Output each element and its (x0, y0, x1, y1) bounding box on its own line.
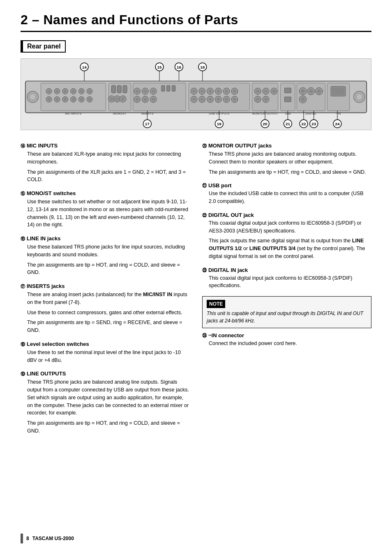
item-21-body: Use the included USB cable to connect th… (202, 190, 371, 205)
svg-rect-66 (161, 85, 165, 91)
item-16-title: LINE IN jacks (27, 235, 60, 242)
svg-point-20 (55, 90, 59, 93)
note-text: This unit is capable of input and output… (207, 310, 367, 324)
svg-text:20: 20 (263, 122, 267, 126)
item-20-title: MONITOR OUTPUT jacks (208, 143, 272, 149)
item-20-number: ⑳ (202, 143, 207, 149)
svg-point-104 (256, 98, 259, 101)
svg-text:23: 23 (311, 122, 316, 126)
item-16: ⑯ LINE IN jacks Use these balanced TRS p… (21, 235, 190, 276)
svg-point-61 (136, 98, 139, 101)
item-17-body: These are analog insert jacks (unbalance… (21, 291, 190, 334)
item-19-body: These TRS phone jacks are balanced analo… (21, 378, 190, 435)
svg-point-94 (233, 98, 236, 101)
svg-rect-124 (332, 87, 345, 95)
item-15-body: Use these switches to set whether or not… (21, 198, 190, 229)
svg-text:19: 19 (217, 122, 221, 126)
item-22-body: This coaxial digital output jack conform… (202, 219, 371, 260)
svg-point-106 (264, 98, 267, 101)
svg-text:DIGITAL: DIGITAL (306, 112, 317, 115)
svg-text:15: 15 (157, 65, 162, 69)
svg-rect-110 (285, 97, 291, 102)
svg-point-59 (152, 90, 155, 93)
item-19: ⑲ LINE OUTPUTS These TRS phone jacks are… (21, 371, 190, 435)
svg-point-55 (136, 90, 139, 93)
svg-point-120 (301, 97, 305, 101)
item-19-title: LINE OUTPUTS (27, 371, 66, 377)
item-21-title: USB port (208, 182, 231, 189)
svg-point-63 (143, 98, 147, 101)
rear-panel-diagram: 14 15 16 18 MIC INPUTS (21, 58, 371, 130)
svg-point-72 (192, 90, 196, 93)
footer: 8 TASCAM US-2000 (21, 534, 74, 543)
item-19-number: ⑲ (21, 371, 25, 377)
item-15-title: MONO/ST switches (27, 190, 76, 196)
svg-point-92 (225, 98, 228, 101)
svg-point-24 (71, 90, 75, 93)
svg-point-38 (80, 98, 83, 101)
svg-text:MIC INPUTS: MIC INPUTS (65, 112, 81, 115)
svg-rect-109 (285, 88, 291, 93)
svg-text:18: 18 (200, 65, 205, 69)
svg-point-47 (110, 97, 113, 101)
item-22-number: ㉒ (202, 213, 207, 218)
item-17: ⑰ INSERTS jacks These are analog insert … (21, 283, 190, 334)
svg-text:17: 17 (145, 122, 150, 126)
item-24-number: ㉔ (202, 333, 207, 338)
svg-text:21: 21 (286, 122, 290, 126)
item-24-title: ~IN connector (208, 332, 244, 338)
note-label: NOTE (207, 300, 225, 308)
footer-brand: TASCAM US-2000 (32, 536, 74, 541)
svg-point-28 (88, 90, 91, 93)
svg-point-102 (272, 90, 276, 93)
footer-bar (21, 534, 23, 543)
item-18-title: Level selection switches (27, 341, 89, 347)
footer-page-number: 8 (26, 536, 29, 541)
svg-rect-44 (123, 85, 127, 93)
section-header: Rear panel (21, 40, 66, 53)
page-title: 2 – Names and Functions of Parts (21, 12, 371, 32)
svg-point-86 (201, 98, 204, 101)
svg-rect-68 (172, 85, 175, 91)
item-18-number: ⑱ (21, 341, 25, 347)
svg-point-32 (55, 98, 59, 101)
item-14: ⑭ MIC INPUTS These are balanced XLR-type… (21, 143, 190, 184)
item-23-title: DIGITAL IN jack (208, 267, 248, 273)
svg-point-88 (209, 98, 212, 101)
svg-point-18 (47, 90, 51, 93)
svg-point-116 (309, 89, 313, 93)
svg-point-80 (225, 90, 228, 93)
svg-rect-42 (111, 85, 115, 93)
svg-text:~ IN: ~ IN (336, 112, 341, 115)
item-20: ⑳ MONITOR OUTPUT jacks These TRS phone j… (202, 143, 371, 176)
svg-text:MONO/ST: MONO/ST (113, 112, 127, 115)
svg-point-90 (217, 98, 220, 101)
svg-text:24: 24 (335, 122, 340, 126)
item-14-title: MIC INPUTS (27, 143, 58, 149)
svg-point-22 (64, 90, 67, 93)
svg-rect-43 (117, 85, 121, 93)
svg-point-34 (64, 98, 67, 101)
item-20-body: These TRS phone jacks are balanced analo… (202, 150, 371, 176)
svg-point-26 (80, 90, 83, 93)
item-24-body: Connect the included power cord here. (202, 340, 371, 347)
right-column: ⑳ MONITOR OUTPUT jacks These TRS phone j… (202, 143, 371, 442)
svg-text:22: 22 (301, 122, 306, 126)
svg-text:16: 16 (177, 65, 181, 69)
item-17-number: ⑰ (21, 283, 25, 290)
item-22: ㉒ DIGITAL OUT jack This coaxial digital … (202, 212, 371, 260)
svg-point-40 (88, 98, 91, 101)
item-21-number: ㉑ (202, 183, 207, 188)
svg-point-100 (264, 90, 267, 93)
item-18-body: Use these to set the nominal input level… (21, 349, 190, 364)
svg-point-78 (217, 90, 220, 93)
item-22-title: DIGITAL OUT jack (208, 212, 254, 218)
svg-point-14 (30, 94, 36, 100)
item-16-number: ⑯ (21, 236, 25, 242)
item-15: ⑮ MONO/ST switches Use these switches to… (21, 190, 190, 229)
item-23-body: This coaxial digital input jack conforms… (202, 274, 371, 290)
note-box: NOTE This unit is capable of input and o… (202, 296, 371, 328)
svg-point-30 (47, 98, 51, 101)
item-23: ㉓ DIGITAL IN jack This coaxial digital i… (202, 267, 371, 290)
left-column: ⑭ MIC INPUTS These are balanced XLR-type… (21, 143, 190, 442)
